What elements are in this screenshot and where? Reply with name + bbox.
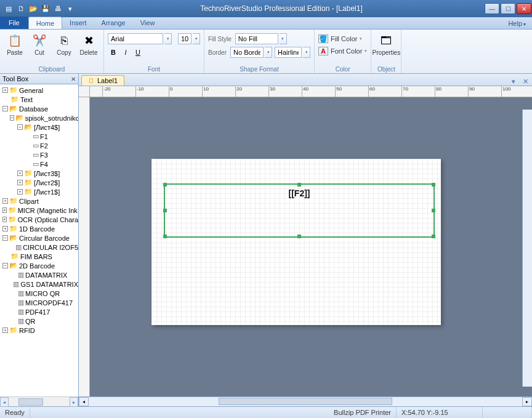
tree-fimbars[interactable]: 📁FIM BARS <box>0 252 78 261</box>
status-ready: Ready <box>0 407 30 418</box>
border-width-dd-icon[interactable]: ▾ <box>303 47 310 58</box>
tree-rfid[interactable]: +📁RFID <box>0 326 78 335</box>
border-input[interactable] <box>230 47 264 58</box>
qat-dd-icon[interactable]: ▾ <box>65 4 75 14</box>
scroll-thumb[interactable] <box>219 398 392 405</box>
tree-circ12of5[interactable]: ▥CIRCULAR I2OF5 <box>0 243 78 252</box>
tree-list3[interactable]: +📁[Лист3$] <box>0 169 78 178</box>
toolbox-hscroll[interactable]: ◂ ▸ <box>0 396 78 406</box>
close-button[interactable]: ✕ <box>517 3 531 14</box>
tree-micropdf[interactable]: ▥MICROPDF417 <box>0 298 78 307</box>
tree-1d-barcode[interactable]: +📁1D Barcode <box>0 224 78 233</box>
cut-button[interactable]: ✂️Cut <box>28 31 50 56</box>
tree-f4[interactable]: ▭F4 <box>0 159 78 169</box>
group-color: 🪣Fill Color▾ AFont Color▾ Color <box>315 30 371 73</box>
tab-view[interactable]: View <box>133 17 163 29</box>
vertical-scrollbar[interactable] <box>522 110 532 387</box>
resize-handle[interactable] <box>297 235 301 238</box>
doc-tabs-dd-icon[interactable]: ▾ <box>508 78 519 86</box>
tree-general[interactable]: +📁General <box>0 86 78 95</box>
resize-handle[interactable] <box>163 209 167 212</box>
maximize-button[interactable]: ☐ <box>501 3 515 14</box>
resize-handle[interactable] <box>163 235 167 238</box>
tree-database[interactable]: −📂Database <box>0 104 78 113</box>
paste-button[interactable]: 📋Paste <box>4 31 26 56</box>
main-area: Tool Box ✕ +📁General 📁Text −📂Database −📂… <box>0 74 532 406</box>
fillstyle-dd-icon[interactable]: ▾ <box>280 33 287 44</box>
fill-color-button[interactable]: 🪣Fill Color▾ <box>318 34 362 43</box>
tab-insert[interactable]: Insert <box>62 17 94 29</box>
resize-handle[interactable] <box>297 183 301 187</box>
tree-micr[interactable]: +📁MICR (Magnetic Ink Charact <box>0 206 78 215</box>
titlebar: ▤ 🗋 📂 💾 🖶 ▾ TechnoRiverStudio Profession… <box>0 0 532 17</box>
font-color-button[interactable]: AFont Color▾ <box>318 47 367 55</box>
properties-button[interactable]: 🗔Properties <box>375 31 397 56</box>
group-color-label: Color <box>318 66 367 73</box>
scroll-right-icon[interactable]: ▸ <box>70 397 78 407</box>
font-family-input[interactable] <box>108 33 163 44</box>
resize-handle[interactable] <box>432 183 435 187</box>
tree-ocr[interactable]: +📁OCR (Optical Character Rec <box>0 215 78 224</box>
copy-icon: ⎘ <box>57 33 71 48</box>
scroll-left-icon[interactable]: ◂ <box>0 397 9 407</box>
tree-2d-barcode[interactable]: −📂2D Barcode <box>0 261 78 270</box>
minimize-button[interactable]: — <box>485 3 499 14</box>
tree-qr[interactable]: ▥QR <box>0 316 78 326</box>
italic-button[interactable]: I <box>120 47 131 58</box>
status-printer: Bullzip PDF Printer <box>329 407 397 418</box>
tree-text[interactable]: 📁Text <box>0 95 78 104</box>
group-font: ▾ ▾ B I U Font <box>104 30 204 73</box>
resize-handle[interactable] <box>432 235 435 238</box>
horizontal-ruler[interactable]: -20-100102030405060708090100 <box>90 86 532 97</box>
help-menu[interactable]: Help <box>502 18 532 29</box>
tree-clipart[interactable]: +📁Clipart <box>0 196 78 206</box>
tab-home[interactable]: Home <box>28 17 62 29</box>
bold-button[interactable]: B <box>108 47 119 58</box>
tree-datamatrix[interactable]: ▥DATAMATRIX <box>0 270 78 279</box>
tree-list1[interactable]: +📁[Лист1$] <box>0 187 78 196</box>
doc-tab-close-icon[interactable]: ✕ <box>519 78 532 86</box>
resize-handle[interactable] <box>432 209 435 212</box>
tree-gs1[interactable]: ▥GS1 DATAMATRIX <box>0 279 78 289</box>
font-family-dd-icon[interactable]: ▾ <box>164 33 172 44</box>
qat-open-icon[interactable]: 📂 <box>28 4 38 14</box>
font-size-input[interactable] <box>178 33 191 44</box>
tree-f1[interactable]: ▭F1 <box>0 132 78 141</box>
tree-list2[interactable]: +📁[Лист2$] <box>0 178 78 187</box>
border-dd-icon[interactable]: ▾ <box>265 47 272 58</box>
tree-circular[interactable]: −📂Circular Barcode <box>0 233 78 243</box>
tree-pdf417[interactable]: ▥PDF417 <box>0 307 78 316</box>
qat-new-icon[interactable]: 🗋 <box>16 4 26 14</box>
fillstyle-input[interactable] <box>235 33 278 44</box>
underline-button[interactable]: U <box>132 47 143 58</box>
font-size-dd-icon[interactable]: ▾ <box>193 33 200 44</box>
scroll-left-icon[interactable]: ◂ <box>79 397 89 406</box>
toolbox-close-icon[interactable]: ✕ <box>71 76 76 82</box>
qat-save-icon[interactable]: 💾 <box>41 4 50 14</box>
scroll-thumb[interactable] <box>18 398 43 406</box>
canvas[interactable]: [[F2]] <box>90 97 532 396</box>
delete-button[interactable]: ✖Delete <box>78 31 100 56</box>
tree-microqr[interactable]: ▥MICRO QR <box>0 289 78 298</box>
resize-handle[interactable] <box>163 183 167 187</box>
tab-arrange[interactable]: Arrange <box>94 17 133 29</box>
app-icon[interactable]: ▤ <box>4 4 14 14</box>
doc-tab-label1[interactable]: 🗋Label1 <box>81 75 124 86</box>
qat-print-icon[interactable]: 🖶 <box>53 4 63 14</box>
toolbox-tree: +📁General 📁Text −📂Database −📂spisok_sotr… <box>0 84 78 396</box>
tab-file[interactable]: File <box>0 17 28 29</box>
vertical-ruler[interactable] <box>79 97 90 396</box>
tree-f3[interactable]: ▭F3 <box>0 150 78 159</box>
ribbon-tabs: File Home Insert Arrange View Help <box>0 17 532 30</box>
tree-list4[interactable]: −📂[Лист4$] <box>0 123 78 132</box>
ruler-corner <box>79 86 90 97</box>
copy-button[interactable]: ⎘Copy <box>53 31 75 56</box>
tree-spisok[interactable]: −📂spisok_sotrudnikov.xls <box>0 113 78 123</box>
selection-box[interactable]: [[F2]] <box>164 183 435 238</box>
ruler-zone: -20-100102030405060708090100 [[F2]] <box>79 86 532 396</box>
border-width-input[interactable] <box>275 47 302 58</box>
group-font-label: Font <box>108 66 200 73</box>
tree-f2[interactable]: ▭F2 <box>0 141 78 150</box>
horizontal-scrollbar[interactable]: ◂ ▸ <box>79 396 532 406</box>
scroll-right-icon[interactable]: ▸ <box>522 397 532 406</box>
